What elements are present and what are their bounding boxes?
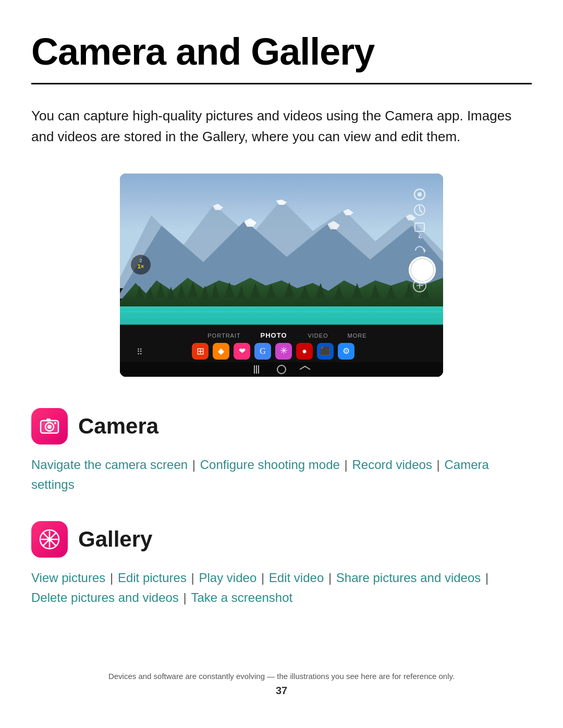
camera-section-header: Camera: [31, 408, 532, 445]
camera-scene-svg: 2 1× PORTRAIT PHOTO VIDEO MORE ⊞ ◆ ❤: [120, 174, 443, 377]
svg-text:❤: ❤: [239, 347, 246, 355]
svg-text:MORE: MORE: [348, 332, 367, 339]
svg-text:✳: ✳: [280, 346, 288, 356]
sep-g4: |: [325, 571, 335, 585]
svg-text:G: G: [260, 347, 266, 355]
separator-2: |: [341, 458, 351, 472]
link-edit-pictures[interactable]: Edit pictures: [118, 571, 187, 585]
title-divider: [31, 83, 532, 84]
link-view-pictures[interactable]: View pictures: [31, 571, 105, 585]
svg-text:PORTRAIT: PORTRAIT: [207, 332, 240, 339]
svg-point-102: [47, 537, 52, 541]
svg-text:⠿: ⠿: [137, 348, 143, 356]
svg-point-49: [418, 192, 422, 196]
svg-text:VIDEO: VIDEO: [308, 332, 328, 339]
sep-g5: |: [482, 571, 488, 585]
sep-g3: |: [258, 571, 268, 585]
intro-text: You can capture high-quality pictures an…: [31, 105, 532, 147]
svg-text:◆: ◆: [218, 347, 225, 355]
svg-point-96: [54, 422, 56, 424]
footer-note: Devices and software are constantly evol…: [0, 672, 563, 681]
link-take-screenshot[interactable]: Take a screenshot: [191, 590, 292, 604]
link-share-pictures-videos[interactable]: Share pictures and videos: [336, 571, 481, 585]
link-edit-video[interactable]: Edit video: [269, 571, 324, 585]
svg-rect-86: [120, 362, 443, 377]
footer-area: Devices and software are constantly evol…: [0, 672, 563, 697]
sep-g1: |: [106, 571, 117, 585]
link-navigate-camera[interactable]: Navigate the camera screen: [31, 458, 188, 472]
svg-text:PHOTO: PHOTO: [261, 331, 287, 339]
page-container: Camera and Gallery You can capture high-…: [0, 0, 563, 675]
svg-text:2: 2: [139, 258, 142, 263]
camera-icon-svg: [39, 415, 60, 437]
link-record-videos[interactable]: Record videos: [352, 458, 432, 472]
svg-point-94: [47, 425, 52, 429]
svg-text:⊞: ⊞: [197, 346, 204, 356]
link-delete-pictures-videos[interactable]: Delete pictures and videos: [31, 590, 179, 604]
sep-g6: |: [180, 590, 190, 604]
separator-3: |: [433, 458, 444, 472]
gallery-app-icon: [31, 521, 68, 558]
gallery-section-title: Gallery: [78, 527, 152, 552]
camera-links: Navigate the camera screen | Configure s…: [31, 455, 532, 495]
link-configure-shooting[interactable]: Configure shooting mode: [200, 458, 340, 472]
gallery-icon-svg: [39, 528, 60, 550]
gallery-section-header: Gallery: [31, 521, 532, 558]
sep-g2: |: [188, 571, 198, 585]
camera-app-icon: [31, 408, 68, 445]
gallery-links: View pictures | Edit pictures | Play vid…: [31, 568, 532, 608]
separator-1: |: [189, 458, 199, 472]
svg-point-57: [411, 258, 434, 281]
page-number: 37: [0, 685, 563, 697]
svg-text:●: ●: [302, 347, 307, 355]
camera-section-title: Camera: [78, 414, 158, 439]
camera-screenshot-container: 2 1× PORTRAIT PHOTO VIDEO MORE ⊞ ◆ ❤: [31, 174, 532, 377]
link-play-video[interactable]: Play video: [199, 571, 257, 585]
svg-text:⚙: ⚙: [342, 347, 350, 355]
svg-text:⬛: ⬛: [320, 346, 331, 356]
svg-rect-95: [46, 418, 51, 422]
svg-text:1×: 1×: [138, 263, 144, 269]
camera-screenshot: 2 1× PORTRAIT PHOTO VIDEO MORE ⊞ ◆ ❤: [120, 174, 443, 377]
page-title: Camera and Gallery: [31, 31, 532, 72]
